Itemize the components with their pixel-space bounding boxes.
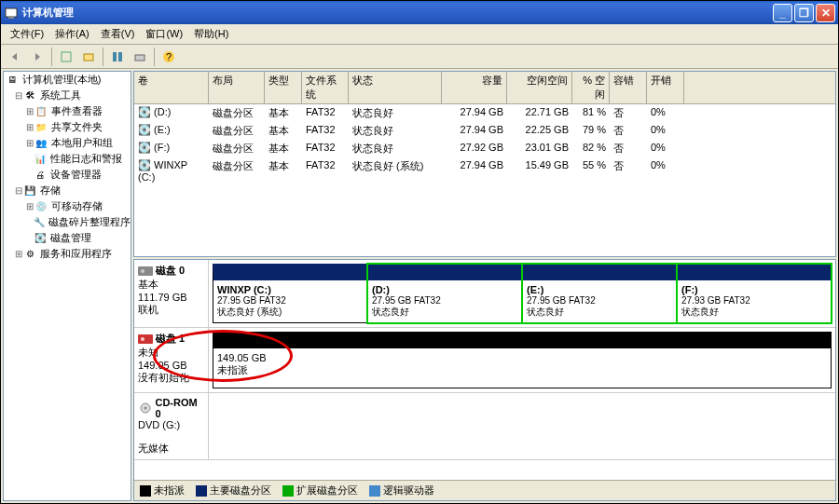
svg-point-12 (141, 337, 144, 341)
tools-icon: 🛠 (23, 89, 36, 102)
volume-header: 卷 布局 类型 文件系统 状态 容量 空闲空间 % 空闲 容错 开销 (134, 72, 835, 104)
perf-icon: 📊 (34, 153, 47, 166)
disk-0[interactable]: 磁盘 0 基本111.79 GB联机 WINXP (C:)27.95 GB FA… (134, 260, 835, 328)
event-icon: 📋 (34, 105, 48, 118)
menubar: 文件(F) 操作(A) 查看(V) 窗口(W) 帮助(H) (1, 24, 838, 45)
forward-button[interactable] (27, 47, 48, 67)
tree-defrag[interactable]: 🔧磁盘碎片整理程序 (4, 214, 131, 230)
users-icon: 👥 (34, 137, 48, 150)
nav-tree[interactable]: 🖥计算机管理(本地) ⊟🛠系统工具 ⊞📋事件查看器 ⊞📁共享文件夹 ⊞👥本地用户… (3, 71, 131, 501)
tree-storage[interactable]: ⊟💾存储 (4, 183, 131, 198)
svg-rect-2 (62, 52, 71, 61)
col-tol[interactable]: 容错 (610, 72, 647, 103)
disk-0-part-2[interactable]: (E:)27.95 GB FAT32状态良好 (522, 264, 677, 323)
svg-rect-11 (138, 334, 153, 344)
tree-perflogs[interactable]: 📊性能日志和警报 (4, 151, 131, 167)
removable-icon: 💿 (34, 200, 48, 213)
disk-1[interactable]: 磁盘 1 未知149.05 GB没有初始化 149.05 GB未指派 (134, 328, 835, 393)
col-layout[interactable]: 布局 (209, 72, 265, 103)
help-button[interactable]: ? (158, 47, 179, 67)
menu-view[interactable]: 查看(V) (95, 25, 141, 43)
svg-rect-3 (84, 54, 93, 61)
tree-diskmgmt[interactable]: 💽磁盘管理 (4, 230, 131, 246)
close-button[interactable]: ✕ (816, 4, 835, 22)
hdd-icon (138, 266, 153, 277)
tree-removable[interactable]: ⊞💿可移动存储 (4, 198, 131, 214)
svg-rect-1 (8, 17, 14, 19)
services-icon: ⚙ (23, 248, 36, 261)
refresh-button[interactable] (107, 47, 128, 67)
disk-1-info: 磁盘 1 未知149.05 GB没有初始化 (134, 328, 209, 392)
volume-row[interactable]: 💽 (F:)磁盘分区基本FAT32状态良好27.92 GB23.01 GB82 … (134, 140, 835, 157)
col-status[interactable]: 状态 (349, 72, 442, 103)
maximize-button[interactable]: ❐ (794, 4, 814, 22)
tree-users[interactable]: ⊞👥本地用户和组 (4, 135, 131, 151)
volume-row[interactable]: 💽 WINXP (C:)磁盘分区基本FAT32状态良好 (系统)27.94 GB… (134, 157, 835, 184)
menu-file[interactable]: 文件(F) (5, 25, 49, 43)
disk-1-unallocated[interactable]: 149.05 GB未指派 (213, 332, 832, 388)
col-free[interactable]: 空闲空间 (507, 72, 572, 103)
tree-shared[interactable]: ⊞📁共享文件夹 (4, 119, 131, 135)
menu-action[interactable]: 操作(A) (49, 25, 95, 43)
tool-1[interactable] (56, 47, 76, 67)
col-pct[interactable]: % 空闲 (572, 72, 610, 103)
col-oh[interactable]: 开销 (647, 72, 684, 103)
computer-icon: 🖥 (6, 74, 19, 87)
volume-row[interactable]: 💽 (E:)磁盘分区基本FAT32状态良好27.94 GB22.25 GB79 … (134, 122, 835, 140)
tool-4[interactable] (130, 47, 150, 67)
folder-icon: 📁 (34, 121, 48, 134)
svg-rect-4 (113, 52, 117, 61)
col-cap[interactable]: 容量 (442, 72, 507, 103)
minimize-button[interactable]: _ (773, 4, 792, 22)
cdrom-icon (138, 402, 152, 414)
tree-services[interactable]: ⊞⚙服务和应用程序 (4, 246, 131, 262)
svg-rect-6 (135, 55, 144, 61)
cdrom-info: CD-ROM 0 DVD (G:)无媒体 (134, 393, 209, 459)
col-vol[interactable]: 卷 (134, 72, 209, 103)
disk-0-part-1[interactable]: (D:)27.95 GB FAT32状态良好 (367, 264, 522, 323)
disk-0-info: 磁盘 0 基本111.79 GB联机 (134, 260, 209, 327)
legend: 未指派 主要磁盘分区 扩展磁盘分区 逻辑驱动器 (134, 480, 835, 500)
menu-window[interactable]: 窗口(W) (140, 25, 188, 43)
tree-root[interactable]: 🖥计算机管理(本地) (4, 72, 131, 88)
col-type[interactable]: 类型 (265, 72, 302, 103)
svg-text:?: ? (166, 51, 172, 62)
tool-2[interactable] (78, 47, 99, 67)
svg-point-14 (144, 407, 147, 410)
volume-row[interactable]: 💽 (D:)磁盘分区基本FAT32状态良好27.94 GB22.71 GB81 … (134, 104, 835, 122)
titlebar: 计算机管理 _ ❐ ✕ (1, 1, 838, 24)
tree-systools[interactable]: ⊟🛠系统工具 (4, 88, 131, 103)
svg-rect-5 (118, 52, 122, 61)
hdd-warn-icon (138, 334, 153, 345)
device-icon: 🖨 (34, 169, 47, 182)
disk-0-part-0[interactable]: WINXP (C:)27.95 GB FAT32状态良好 (系统) (213, 264, 367, 323)
col-fs[interactable]: 文件系统 (302, 72, 349, 103)
disk-map[interactable]: 磁盘 0 基本111.79 GB联机 WINXP (C:)27.95 GB FA… (133, 259, 836, 501)
svg-point-10 (141, 269, 144, 273)
menu-help[interactable]: 帮助(H) (188, 25, 234, 43)
app-icon (4, 6, 19, 20)
toolbar: ? (1, 45, 838, 69)
window-title: 计算机管理 (22, 6, 773, 20)
svg-rect-0 (6, 8, 17, 17)
tree-eventviewer[interactable]: ⊞📋事件查看器 (4, 103, 131, 119)
back-button[interactable] (5, 47, 25, 67)
defrag-icon: 🔧 (34, 216, 45, 229)
svg-rect-9 (138, 266, 153, 276)
storage-icon: 💾 (23, 184, 36, 198)
tree-devmgr[interactable]: 🖨设备管理器 (4, 167, 131, 183)
volume-list[interactable]: 卷 布局 类型 文件系统 状态 容量 空闲空间 % 空闲 容错 开销 💽 (D:… (133, 71, 836, 257)
cdrom-0[interactable]: CD-ROM 0 DVD (G:)无媒体 (134, 393, 835, 460)
disk-0-part-3[interactable]: (F:)27.93 GB FAT32状态良好 (677, 264, 832, 323)
disk-icon: 💽 (34, 232, 47, 245)
